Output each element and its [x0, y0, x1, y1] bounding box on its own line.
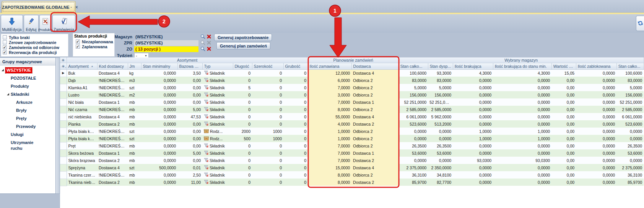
column-header-stan-całko[interactable]: Stan całko...	[616, 63, 644, 69]
zpr-field[interactable]: (WSZYSTKIE)	[134, 40, 198, 46]
table-row[interactable]: Skora beżowaDostawca 1mb0,00005,00Składn…	[60, 149, 644, 157]
cell-ilosc_zam[interactable]: 6,0000	[308, 77, 351, 84]
table-row[interactable]: Lustro!NIEOKREŚLONYm20,00000,00Składnik0…	[60, 91, 644, 98]
expander-icon[interactable]	[7, 93, 9, 95]
cell-ilosc_zam[interactable]: 8,0000	[308, 171, 351, 179]
table-row[interactable]: Nić białaDostawca 1mb0,00000,00Składnik0…	[60, 98, 644, 106]
generuj-plan-zamowien-button[interactable]: Generuj plan zamówień	[216, 42, 270, 49]
column-header-ilość-brakująca-do-stanu-min[interactable]: Ilość brakująca do stanu min.	[493, 63, 551, 69]
cell-dostawca[interactable]: Odbiorca 2	[351, 171, 398, 179]
column-header-dostawca[interactable]: Dostawca	[351, 63, 398, 69]
panel-splitter[interactable]	[56, 57, 60, 194]
cell-ilosc_zam[interactable]: 55,0000	[308, 113, 351, 120]
column-header-szerokość[interactable]: Szerokość	[252, 63, 283, 69]
checkbox[interactable]: ✓	[3, 50, 7, 54]
cell-ilosc_zam[interactable]: 7,0000	[308, 149, 351, 157]
column-header-długość[interactable]: Długość	[233, 63, 252, 69]
column-header-stan-dysp[interactable]: Stan dysp...	[428, 63, 453, 69]
sidebar-item-pozostałe[interactable]: POZOSTAŁE	[0, 75, 55, 83]
sidebar-item-przewody[interactable]: Przewody	[0, 123, 55, 131]
search-icon[interactable]	[200, 34, 205, 40]
column-header-ilość-zablokowana[interactable]: Ilość zablokowana	[576, 63, 616, 69]
column-header-wartość-br[interactable]: Wartość br...	[551, 63, 576, 69]
table-row[interactable]: Pręt!NIEOKREŚLONYmb0,00000,00Składnik000…	[60, 142, 644, 149]
search-icon[interactable]	[200, 46, 205, 52]
sidebar-item-produkty[interactable]: Produkty	[0, 83, 55, 91]
table-row[interactable]: Płyta biała korpu...!NIEOKREŚLONYszt0,00…	[60, 128, 644, 135]
table-row[interactable]: Klamka A1!NIEOKREŚLONYszt0,00000,00Skład…	[60, 84, 644, 91]
column-header-asortyment[interactable]: Asortyment▲	[67, 63, 97, 69]
column-header-kod-dostawcy[interactable]: Kod dostawcy	[97, 63, 128, 69]
cell-dostawca[interactable]: Dostawca 2	[351, 179, 398, 186]
cell-ilosc_zam[interactable]: 7,0000	[308, 157, 351, 164]
toolbar-button-edytuj[interactable]: Edytuj	[24, 15, 39, 33]
cell-dostawca[interactable]: Dostawca 4	[351, 113, 398, 120]
checkbox[interactable]	[3, 35, 7, 39]
column-header-bazowa-ce[interactable]: Bazowa ce...	[177, 63, 202, 69]
sidebar-item-pręty[interactable]: Pręty	[0, 115, 55, 123]
sidebar-item-wszystkie[interactable]: WSZYSTKIE	[0, 67, 55, 75]
column-header-grubość[interactable]: Grubość	[283, 63, 308, 69]
checkbox[interactable]: ✓	[76, 44, 80, 49]
table-row[interactable]: nić niebieskaDostawca 4mb0,000047,53Skła…	[60, 113, 644, 120]
cell-dostawca[interactable]: Dostawca 1	[351, 98, 398, 106]
cell-dostawca[interactable]: Odbiorca 2	[351, 91, 398, 98]
checkbox[interactable]	[3, 40, 7, 44]
column-header-stan-całko[interactable]: Stan całko...	[398, 63, 428, 69]
checkbox[interactable]: ✓	[76, 39, 80, 44]
zo-field[interactable]: ( 13 pozycji )	[134, 46, 198, 52]
table-row[interactable]: SprężynaDostawca 4szt500,00000,01Składni…	[60, 164, 644, 171]
toolbar-button-produkty[interactable]: Produkty	[39, 15, 52, 33]
cell-ilosc_zam[interactable]: 7,0000	[308, 98, 351, 106]
table-row[interactable]: Dąb!NIEOKREŚLONYm30,00000,00Składnik0006…	[60, 77, 644, 84]
sidebar-item-arkusze[interactable]: Arkusze	[0, 99, 55, 107]
table-row[interactable]: Płyta biała korpu...!NIEOKREŚLONYszt0,00…	[60, 135, 644, 142]
cell-dostawca[interactable]: Dostawca 2	[351, 157, 398, 164]
column-header-ilość-zamawiana[interactable]: Ilość zamawiana	[308, 63, 351, 69]
cell-ilosc_zam[interactable]: 8,0000	[308, 106, 351, 113]
cell-ilosc_zam[interactable]: 7,0000	[308, 84, 351, 91]
cell-dostawca[interactable]: Dostawca 2	[351, 120, 398, 128]
table-row[interactable]: Tkanina niebieskaDostawca 2mb0,000011,00…	[60, 179, 644, 186]
table-row[interactable]: Nić czarna!NIEOKREŚLONYmb0,00005,00Skład…	[60, 106, 644, 113]
generuj-zapotrzebowanie-button[interactable]: Generuj zapotrzebowanie	[214, 34, 272, 41]
cell-dostawca[interactable]: Odbiorca 2	[351, 135, 398, 142]
cell-ilosc_zam[interactable]: 8,0000	[308, 179, 351, 186]
cell-ilosc_zam[interactable]: 7,0000	[308, 142, 351, 149]
table-row[interactable]: Skóra brązowaDostawca 2mb0,00000,00Skład…	[60, 157, 644, 164]
column-header-ilość-brakująca[interactable]: Ilość brakująca	[453, 63, 493, 69]
sidebar-item-skladniki[interactable]: Skladniki	[0, 91, 55, 99]
cell-ilosc_zam[interactable]: 12,0000	[308, 69, 351, 77]
cell-dostawca[interactable]: Dostawca 4	[351, 69, 398, 77]
cell-ilosc_zam[interactable]: 1,0000	[308, 128, 351, 135]
cell-ilosc_zam[interactable]: 3,0000	[308, 91, 351, 98]
search-icon[interactable]	[200, 40, 205, 46]
column-header-jm[interactable]: Jm	[128, 63, 141, 69]
sidebar-item-usługi[interactable]: Usługi	[0, 131, 55, 139]
column-header-stan-minimalny[interactable]: Stan minimalny	[141, 63, 177, 69]
sidebar-item-utrzymanie-ruchu[interactable]: Utrzymanie ruchu	[0, 139, 55, 151]
cell-ilosc_zam[interactable]: 1,0000	[308, 135, 351, 142]
cell-dostawca[interactable]: Odbiorca 2	[351, 142, 398, 149]
checkbox[interactable]: ✓	[3, 45, 7, 49]
toolbar-button-multiedycja[interactable]: MultiEdycja	[1, 15, 23, 33]
toolbar-button-zamówienia[interactable]: Zamówienia	[52, 15, 75, 33]
cell-ilosc_zam[interactable]: 15,0000	[308, 164, 351, 171]
cell-dostawca[interactable]: Odbiorca 2	[351, 106, 398, 113]
sidebar-item-bryły[interactable]: Bryły	[0, 107, 55, 115]
cell-ilosc_zam[interactable]: 4,0000	[308, 120, 351, 128]
tab-close-icon[interactable]: ×	[75, 5, 78, 10]
table-row[interactable]: PiankaDostawca 2mb0,00000,00Składnik0004…	[60, 120, 644, 128]
magazyn-field[interactable]: (WSZYSTKIE)	[134, 34, 198, 40]
expander-icon[interactable]	[2, 69, 4, 71]
clear-icon[interactable]	[207, 34, 211, 39]
cell-dostawca[interactable]: Odbiorca 2	[351, 128, 398, 135]
refresh-button[interactable]	[636, 16, 644, 31]
tab-zapotrzebowanie-globalne[interactable]: · ZAPOTRZEBOWANIE GLOBALNE · ×	[2, 1, 76, 13]
cell-dostawca[interactable]: Odbiorca 2	[351, 84, 398, 91]
column-header-[interactable]: ✳	[60, 63, 67, 69]
cell-dostawca[interactable]: Dostawca 1	[351, 149, 398, 157]
table-row[interactable]: Tkanina czerwnoa!NIEOKREŚLONYmb0,00002,5…	[60, 171, 644, 179]
clear-icon[interactable]	[207, 47, 211, 52]
clear-icon[interactable]	[207, 41, 211, 46]
